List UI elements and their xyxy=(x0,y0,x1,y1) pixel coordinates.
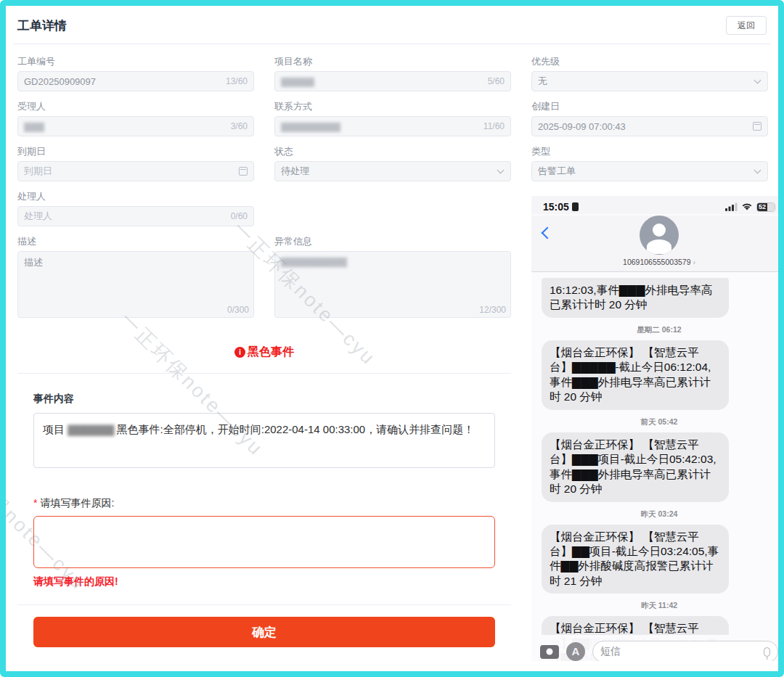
battery-icon: 52 xyxy=(756,202,775,212)
project-name-input[interactable]: ▇▇▇▇▇ 5/60 xyxy=(274,71,511,91)
description-textarea[interactable]: 描述 0/300 xyxy=(17,251,254,318)
field-order-no: 工单编号 GD20250909097 13/60 xyxy=(17,56,254,91)
due-date-input[interactable]: 到期日 xyxy=(17,161,254,181)
confirm-button[interactable]: 确定 xyxy=(33,617,495,647)
required-asterisk: * xyxy=(33,497,37,509)
reason-error-text: 请填写事件的原因! xyxy=(33,575,495,588)
char-counter: 12/300 xyxy=(479,305,506,315)
black-event-title: i 黑色事件 xyxy=(17,345,511,360)
field-type: 类型 告警工单 xyxy=(531,146,768,181)
message-list: 16:12:03,事件▇▇▇外排电导率高已累计计时 20 分钟 星期二 06:1… xyxy=(531,272,784,661)
field-project-name: 项目名称 ▇▇▇▇▇ 5/60 xyxy=(274,56,511,91)
message-timestamp: 星期二 06:12 xyxy=(542,325,777,335)
chevron-right-icon: › xyxy=(693,258,695,266)
chevron-down-icon xyxy=(497,167,505,174)
message-timestamp: 昨天 11:42 xyxy=(542,601,777,611)
field-exception-info: 异常信息 ▇▇▇▇▇▇▇▇▇▇ 12/300 xyxy=(274,236,511,318)
char-counter: 0/300 xyxy=(227,305,249,315)
type-select[interactable]: 告警工单 xyxy=(531,161,768,181)
page-frame: 一正环保note—cyu 一正环保note—cyu 一正环保note—cyu 工… xyxy=(0,0,784,677)
phone-status-bar: 15:05 xyxy=(531,196,784,214)
field-label: 异常信息 xyxy=(274,236,511,247)
field-label: 类型 xyxy=(531,146,768,157)
char-counter: 3/60 xyxy=(231,121,248,131)
contact-number[interactable]: 1069106555003579 › xyxy=(531,258,784,266)
order-no-input[interactable]: GD20250909097 13/60 xyxy=(17,71,254,91)
field-label: 描述 xyxy=(17,236,254,247)
field-label: 到期日 xyxy=(17,146,254,157)
status-select[interactable]: 待处理 xyxy=(274,161,511,181)
acceptor-input[interactable]: ▇▇▇ 3/60 xyxy=(17,116,254,136)
created-date-input[interactable]: 2025-09-09 07:00:43 xyxy=(531,116,768,136)
char-counter: 13/60 xyxy=(226,76,248,86)
field-label: 项目名称 xyxy=(274,56,511,67)
sms-bubble-partial: 16:12:03,事件▇▇▇外排电导率高已累计计时 20 分钟 xyxy=(542,278,729,318)
page-title: 工单详情 xyxy=(17,17,67,34)
contact-input[interactable]: ▇▇▇▇▇▇▇▇▇ 11/60 xyxy=(274,116,511,136)
field-label: 联系方式 xyxy=(274,101,511,112)
field-created-date: 创建日 2025-09-09 07:00:43 xyxy=(531,101,768,136)
chevron-down-icon xyxy=(754,77,761,84)
info-icon: i xyxy=(234,347,245,358)
char-counter: 11/60 xyxy=(483,121,505,131)
reason-label: *请填写事件原因: xyxy=(33,497,495,510)
field-due-date: 到期日 到期日 xyxy=(17,146,254,181)
apps-icon[interactable]: A xyxy=(566,642,585,661)
sms-bubble: 【烟台金正环保】 【智慧云平台】▇▇▇▇▇-截止今日06:12:04,事件▇▇▇… xyxy=(542,340,729,410)
char-counter: 0/60 xyxy=(231,211,248,221)
sms-bubble: 【烟台金正环保】 【智慧云平台】▇▇▇项目-截止今日05:42:03,事件▇▇▇… xyxy=(542,432,729,502)
sms-phone-screenshot: 15:05 xyxy=(531,196,784,661)
sms-input[interactable]: 短信 xyxy=(592,641,778,661)
char-counter: 5/60 xyxy=(488,76,505,86)
field-label: 受理人 xyxy=(17,101,254,112)
field-label: 处理人 xyxy=(17,191,254,202)
phone-clock: 15:05 xyxy=(543,201,579,213)
page-header: 工单详情 返回 xyxy=(13,6,771,44)
field-label: 状态 xyxy=(274,146,511,157)
event-content-box: 项目 ▇▇▇▇▇▇ 黑色事件:全部停机，开始时间:2022-04-14 00:3… xyxy=(33,413,495,468)
sms-input-bar: A 短信 xyxy=(531,635,784,661)
handler-input[interactable]: 处理人 0/60 xyxy=(17,206,254,226)
exception-textarea[interactable]: ▇▇▇▇▇▇▇▇▇▇ 12/300 xyxy=(274,251,511,318)
calendar-icon xyxy=(753,122,761,131)
field-description: 描述 描述 0/300 xyxy=(17,236,254,318)
redacted-project-name: ▇▇▇▇▇▇ xyxy=(68,423,113,435)
black-event-section: i 黑色事件 事件内容 项目 ▇▇▇▇▇▇ 黑色事件:全部停机，开始时间:202… xyxy=(17,345,511,647)
back-button[interactable]: 返回 xyxy=(726,16,767,35)
field-acceptor: 受理人 ▇▇▇ 3/60 xyxy=(17,101,254,136)
field-label: 工单编号 xyxy=(17,56,254,67)
field-priority: 优先级 无 xyxy=(531,56,768,91)
avatar[interactable] xyxy=(640,216,679,255)
back-chevron-icon[interactable] xyxy=(542,227,554,239)
event-content-label: 事件内容 xyxy=(33,393,495,406)
priority-select[interactable]: 无 xyxy=(531,71,768,91)
mic-icon[interactable] xyxy=(764,647,770,657)
field-label: 优先级 xyxy=(531,56,768,67)
signal-icon xyxy=(725,202,738,211)
screen-record-icon xyxy=(572,202,579,211)
field-label: 创建日 xyxy=(531,101,768,112)
chevron-down-icon xyxy=(754,167,761,174)
reason-textarea[interactable] xyxy=(33,516,495,568)
divider xyxy=(17,373,511,374)
message-timestamp: 昨天 03:24 xyxy=(542,509,777,520)
phone-conversation-header: 1069106555003579 › xyxy=(531,216,784,272)
wifi-icon xyxy=(741,202,753,211)
sms-bubble: 【烟台金正环保】 【智慧云平台】▇▇项目-截止今日03:24:05,事件▇▇外排… xyxy=(542,525,729,594)
message-timestamp: 前天 05:42 xyxy=(542,417,777,427)
field-handler: 处理人 处理人 0/60 xyxy=(17,191,254,226)
calendar-icon xyxy=(239,167,248,176)
camera-icon[interactable] xyxy=(540,645,559,659)
field-contact: 联系方式 ▇▇▇▇▇▇▇▇▇ 11/60 xyxy=(274,101,511,136)
field-status: 状态 待处理 xyxy=(274,146,511,181)
scrollbar[interactable] xyxy=(781,562,783,626)
